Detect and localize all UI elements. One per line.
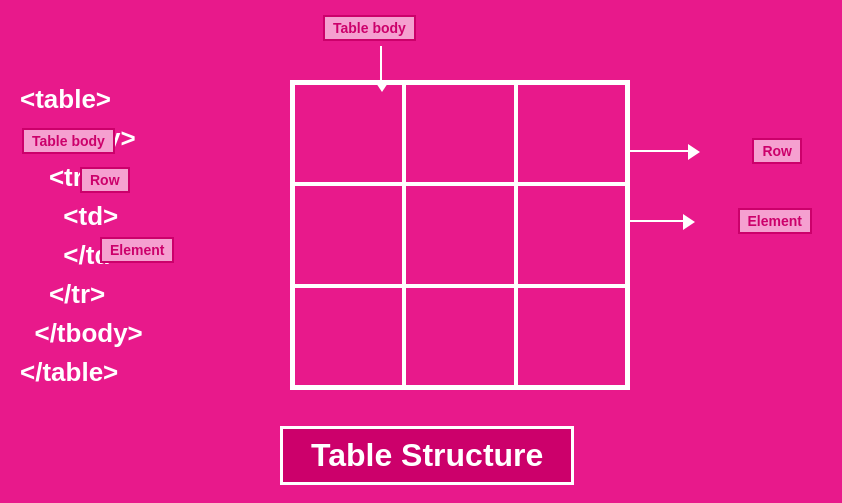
badge-table-body-left-label: Table body [32,133,105,149]
table-grid [290,80,630,390]
code-line-7: </tbody> [20,314,143,353]
badge-table-body-top: Table body [323,15,416,41]
table-cell-1 [293,83,404,184]
badge-row-left: Row [80,167,130,193]
table-cell-9 [516,286,627,387]
table-cell-8 [404,286,515,387]
code-line-1: <table> [20,80,143,119]
arrow-right-row-head [688,144,700,160]
badge-element-right: Element [738,208,812,234]
table-cell-6 [516,184,627,285]
arrow-right-element-line [630,220,685,222]
code-line-6: </tr> [20,275,143,314]
main-container: Table body <table> <tbody> <tr> <td> </t… [0,0,842,503]
badge-element-left: Element [100,237,174,263]
code-line-8: </table> [20,353,143,392]
arrow-right-element-head [683,214,695,230]
table-cell-3 [516,83,627,184]
code-line-4: <td> [20,197,143,236]
badge-row-right-label: Row [762,143,792,159]
title-box: Table Structure [280,426,574,485]
table-cell-7 [293,286,404,387]
arrow-right-row-line [630,150,690,152]
title-text: Table Structure [311,437,543,473]
badge-element-left-label: Element [110,242,164,258]
badge-element-right-label: Element [748,213,802,229]
badge-table-body-top-label: Table body [333,20,406,36]
badge-table-body-left: Table body [22,128,115,154]
table-cell-5 [404,184,515,285]
table-cell-2 [404,83,515,184]
table-cell-4 [293,184,404,285]
badge-row-left-label: Row [90,172,120,188]
code-block: <table> <tbody> <tr> <td> </td> </tr> </… [20,80,143,392]
badge-row-right: Row [752,138,802,164]
arrow-down-line [380,46,382,82]
